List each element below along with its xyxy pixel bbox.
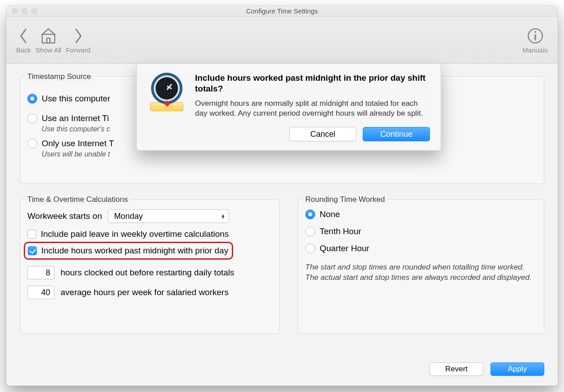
radio-label: Use this computer xyxy=(42,94,110,104)
avg-hours-label: average hours per week for salaried work… xyxy=(61,287,229,297)
radio-rounding-quarter[interactable]: Quarter Hour xyxy=(305,244,537,253)
footer-buttons: Revert Apply xyxy=(430,362,544,376)
checkbox-include-past-midnight[interactable]: Include hours worked past midnight with … xyxy=(28,246,228,256)
revert-button[interactable]: Revert xyxy=(430,362,483,376)
svg-rect-1 xyxy=(47,38,50,43)
manuals-button[interactable]: Manuals xyxy=(522,26,548,54)
workweek-select[interactable]: Monday ▲▼ xyxy=(108,209,229,223)
radio-rounding-tenth[interactable]: Tenth Hour xyxy=(305,226,537,236)
rounding-label: Rounding Time Worked xyxy=(303,195,387,204)
radio-icon xyxy=(305,244,315,253)
checkbox-label: Include paid leave in weekly overtime ca… xyxy=(41,229,229,239)
manuals-label: Manuals xyxy=(522,46,548,54)
workweek-value: Monday xyxy=(114,212,143,221)
timestamp-source-label: Timestamp Source xyxy=(25,72,94,81)
clock-app-icon xyxy=(148,73,186,111)
modal-body-text: Overnight hours are normally split at mi… xyxy=(195,99,430,119)
show-all-label: Show All xyxy=(35,46,61,54)
checkbox-icon xyxy=(27,230,36,239)
forward-button[interactable]: Forward xyxy=(66,26,91,54)
radio-icon xyxy=(27,94,37,104)
radio-label: Tenth Hour xyxy=(320,226,361,236)
radio-label: Use an Internet Ti xyxy=(42,113,109,123)
svg-point-3 xyxy=(534,31,536,33)
show-all-button[interactable]: Show All xyxy=(35,26,61,54)
checkbox-label: Include hours worked past midnight with … xyxy=(41,246,228,256)
checkbox-icon xyxy=(28,246,37,255)
toolbar: Back Show All Forward Manuals xyxy=(6,17,558,64)
svg-rect-4 xyxy=(534,35,536,41)
radio-icon xyxy=(27,113,37,123)
preferences-window: Configure Time Settings Back Show All Fo… xyxy=(6,5,558,386)
apply-button[interactable]: Apply xyxy=(490,362,544,376)
radio-icon xyxy=(305,226,315,236)
hours-before-restart-input[interactable] xyxy=(27,266,54,279)
radio-label: Quarter Hour xyxy=(320,244,369,253)
radio-rounding-none[interactable]: None xyxy=(305,209,537,219)
continue-button[interactable]: Continue xyxy=(363,127,430,141)
radio-label: Only use Internet T xyxy=(42,139,114,148)
radio-icon xyxy=(27,139,37,148)
radio-icon xyxy=(305,209,315,219)
titlebar: Configure Time Settings xyxy=(6,5,558,17)
forward-label: Forward xyxy=(66,46,91,54)
cancel-button[interactable]: Cancel xyxy=(289,127,356,141)
overtime-calc-group: Time & Overtime Calculations Workweek st… xyxy=(20,199,280,334)
overtime-calc-label: Time & Overtime Calculations xyxy=(25,195,130,204)
avg-hours-input[interactable] xyxy=(27,286,54,299)
chevron-up-down-icon: ▲▼ xyxy=(221,214,226,218)
back-label: Back xyxy=(16,46,31,54)
hours-before-restart-label: hours clocked out before restarting dail… xyxy=(61,268,234,278)
window-title: Configure Time Settings xyxy=(6,7,558,15)
back-button[interactable]: Back xyxy=(16,26,31,54)
radio-label: None xyxy=(320,209,340,219)
confirm-sheet: Include hours worked past midnight in th… xyxy=(136,64,441,151)
radio-hint: Users will be unable t xyxy=(42,150,537,158)
highlight-annotation: Include hours worked past midnight with … xyxy=(24,242,233,260)
rounding-hint: The start and stop times are rounded whe… xyxy=(305,262,537,283)
rounding-group: Rounding Time Worked None Tenth Hour xyxy=(298,199,544,334)
checkbox-include-paid-leave[interactable]: Include paid leave in weekly overtime ca… xyxy=(27,229,272,239)
modal-title: Include hours worked past midnight in th… xyxy=(195,73,430,94)
workweek-starts-label: Workweek starts on xyxy=(27,211,102,221)
